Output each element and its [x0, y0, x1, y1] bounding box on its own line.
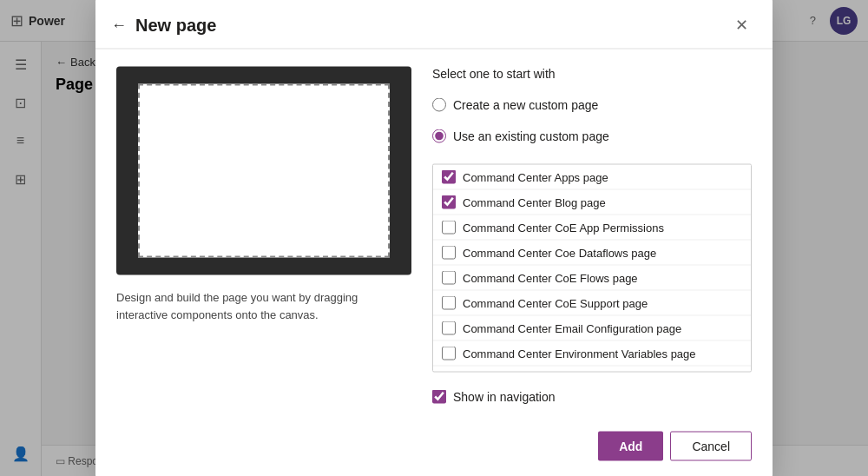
page-checkbox-label-apps-page: Command Center Apps page [463, 170, 608, 183]
list-item[interactable]: Command Center CoE Flows page [433, 266, 751, 291]
preview-panel: Design and build the page you want by dr… [116, 67, 411, 404]
page-checkbox-coe-flows[interactable] [442, 271, 456, 285]
list-item[interactable]: Command Center CoE App Permissions [433, 215, 751, 241]
list-item[interactable]: Command Center Environment Variables pag… [433, 341, 751, 367]
page-checkbox-learn-page[interactable] [442, 372, 456, 373]
radio-create-input[interactable] [432, 98, 446, 112]
dialog-header: ← New page ✕ [95, 0, 773, 50]
page-checkbox-apps-page[interactable] [442, 170, 456, 184]
page-checkbox-label-coe-dataflows: Command Center Coe Dataflows page [463, 246, 656, 259]
radio-existing-label: Use an existing custom page [453, 129, 609, 143]
show-in-navigation-checkbox[interactable] [432, 390, 446, 404]
page-checkbox-coe-dataflows[interactable] [442, 246, 456, 260]
list-item[interactable]: Command Center Email Configuration page [433, 316, 751, 341]
page-checkbox-label-blog-page: Command Center Blog page [463, 195, 606, 208]
list-item[interactable]: Command Center Learn page [433, 367, 751, 373]
page-checkbox-env-variables[interactable] [442, 347, 456, 360]
list-item[interactable]: Command Center Apps page [433, 165, 751, 190]
dialog-title: New page [135, 15, 725, 35]
preview-description: Design and build the page you want by dr… [116, 289, 411, 323]
radio-create-label: Create a new custom page [453, 98, 598, 112]
page-checkbox-email-config[interactable] [442, 321, 456, 335]
list-item[interactable]: Command Center Blog page [433, 190, 751, 215]
radio-create-new[interactable]: Create a new custom page [432, 98, 752, 112]
page-checkbox-label-env-variables: Command Center Environment Variables pag… [463, 347, 696, 360]
add-button[interactable]: Add [598, 432, 663, 461]
show-in-navigation-option[interactable]: Show in navigation [432, 390, 752, 404]
page-list: Command Center Apps pageCommand Center B… [432, 164, 752, 373]
dialog-body: Design and build the page you want by dr… [95, 50, 773, 421]
canvas-preview [116, 67, 411, 275]
list-item[interactable]: Command Center Coe Dataflows page [433, 241, 751, 266]
page-checkbox-coe-support[interactable] [442, 296, 456, 310]
dialog-back-button[interactable]: ← [109, 14, 128, 36]
page-checkbox-label-coe-support: Command Center CoE Support page [463, 296, 648, 309]
show-in-navigation-label: Show in navigation [453, 390, 556, 404]
dialog-footer: Add Cancel [95, 421, 773, 477]
radio-use-existing[interactable]: Use an existing custom page [432, 129, 752, 143]
page-checkbox-blog-page[interactable] [442, 195, 456, 209]
cancel-button[interactable]: Cancel [670, 432, 752, 461]
page-checkbox-label-email-config: Command Center Email Configuration page [463, 321, 681, 334]
page-checkbox-coe-app-permissions[interactable] [442, 221, 456, 235]
new-page-dialog: ← New page ✕ Design and build the page y… [95, 0, 773, 476]
list-item[interactable]: Command Center CoE Support page [433, 291, 751, 316]
canvas-inner [138, 84, 390, 258]
dialog-close-button[interactable]: ✕ [732, 12, 752, 38]
radio-existing-input[interactable] [432, 129, 446, 143]
page-checkbox-label-learn-page: Command Center Learn page [463, 372, 612, 373]
page-checkbox-label-coe-flows: Command Center CoE Flows page [463, 271, 638, 284]
select-label: Select one to start with [432, 67, 752, 81]
config-panel: Select one to start with Create a new cu… [432, 67, 752, 404]
page-checkbox-label-coe-app-permissions: Command Center CoE App Permissions [463, 221, 664, 234]
